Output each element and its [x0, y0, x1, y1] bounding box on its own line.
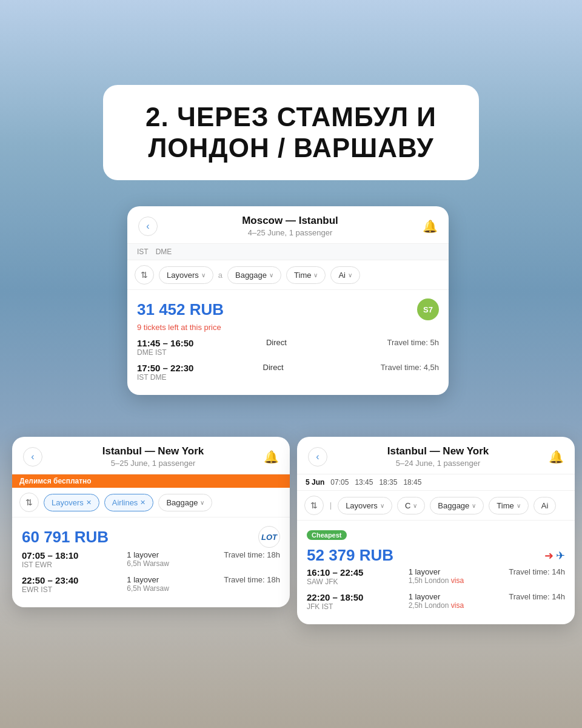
red-arrow-airline-icon: ➜ — [544, 549, 554, 562]
moscow-price: 31 452 RUB — [137, 300, 224, 319]
moscow-sort-button[interactable]: ⇅ — [135, 265, 154, 285]
istanbul-london-time-filter[interactable]: Time ∨ — [489, 497, 528, 514]
flight-times-1: 11:45 – 16:50 DME IST — [137, 338, 193, 357]
airlines-active-filter[interactable]: Airlines ✕ — [104, 494, 154, 511]
date-1345[interactable]: 13:45 — [355, 478, 373, 487]
chevron-icon: ∨ — [200, 499, 204, 506]
istanbul-warsaw-title: Istanbul — New York — [102, 445, 204, 457]
istanbul-warsaw-subtitle: 5–25 June, 1 passenger — [102, 459, 204, 468]
istanbul-warsaw-price: 60 791 RUB — [22, 528, 109, 547]
moscow-bell-icon[interactable]: 🔔 — [423, 219, 438, 234]
flight-type-w1: 1 layover 6,5h Warsaw — [127, 550, 175, 568]
flight-type-l1: 1 layover 1,5h London visa — [409, 567, 464, 585]
flight-type-w2: 1 layover 6,5h Warsaw — [127, 575, 175, 593]
back-arrow-icon: ‹ — [316, 451, 319, 462]
travel-time-w1: Travel time: 18h — [224, 550, 280, 559]
istanbul-london-c-filter[interactable]: C ∨ — [397, 497, 425, 514]
moscow-card-subtitle: 4–25 June, 1 passenger — [242, 228, 338, 237]
moscow-card-title: Moscow — Istanbul — [242, 215, 338, 227]
istanbul-london-price-row: 52 379 RUB ➜ ✈ — [307, 546, 565, 565]
moscow-back-button[interactable]: ‹ — [138, 217, 158, 236]
back-arrow-icon: ‹ — [31, 451, 34, 462]
layovers-active-filter[interactable]: Layovers ✕ — [44, 494, 99, 511]
istanbul-london-flight-2: 22:20 – 18:50 JFK IST 1 layover 2,5h Lon… — [307, 592, 565, 611]
moscow-layovers-filter[interactable]: Layovers ∨ — [159, 266, 213, 284]
separator: | — [330, 501, 332, 510]
chevron-icon: ∨ — [269, 272, 273, 278]
flight-times-2: 17:50 – 22:30 IST DME — [137, 363, 193, 382]
s7-logo: S7 — [417, 298, 439, 320]
blue-arrow-airline-icon: ✈ — [556, 549, 565, 562]
date-strip: 5 Jun 07:05 13:45 18:35 18:45 — [297, 474, 575, 491]
istanbul-london-baggage-filter[interactable]: Baggage ∨ — [430, 497, 484, 514]
istanbul-london-bell-icon[interactable]: 🔔 — [549, 450, 564, 464]
promo-banner: Делимся бесплатно — [12, 474, 290, 488]
chevron-icon: ∨ — [201, 272, 206, 278]
baggage-filter[interactable]: Baggage ∨ — [158, 494, 212, 511]
istanbul-london-price: 52 379 RUB — [307, 546, 393, 565]
moscow-flight-row-1: 11:45 – 16:50 DME IST Direct Travel time… — [137, 338, 439, 357]
date-1845[interactable]: 18:45 — [403, 478, 421, 487]
moscow-price-row: 31 452 RUB S7 — [137, 298, 439, 320]
chevron-icon: ∨ — [380, 502, 384, 509]
chevron-icon: ∨ — [413, 502, 417, 509]
visa-link-1[interactable]: visa — [451, 576, 464, 585]
code-ist: IST — [137, 248, 149, 256]
separator: a — [218, 271, 222, 280]
date-1835[interactable]: 18:35 — [379, 478, 397, 487]
flight-type-1: Direct — [266, 338, 315, 347]
moscow-filter-row: ⇅ Layovers ∨ a Baggage ∨ Time ∨ Ai ∨ — [127, 260, 449, 290]
moscow-tickets-left: 9 tickets left at this price — [137, 323, 439, 332]
istanbul-warsaw-back-button[interactable]: ‹ — [23, 447, 42, 467]
visa-link-2[interactable]: visa — [451, 601, 464, 610]
sort-icon: ⇅ — [25, 497, 33, 507]
date-5jun[interactable]: 5 Jun — [306, 478, 324, 487]
istanbul-london-ai-filter[interactable]: Ai — [534, 497, 557, 514]
istanbul-warsaw-header: ‹ Istanbul — New York 5–25 June, 1 passe… — [12, 437, 290, 474]
airline-logos: ➜ ✈ — [544, 549, 565, 562]
istanbul-london-flight-1: 16:10 – 22:45 SAW JFK 1 layover 1,5h Lon… — [307, 567, 565, 586]
travel-time-2: Travel time: 4,5h — [381, 363, 439, 372]
travel-time-l1: Travel time: 14h — [509, 567, 565, 576]
istanbul-london-title: Istanbul — New York — [387, 445, 489, 457]
istanbul-warsaw-flight-1: 07:05 – 18:10 IST EWR 1 layover 6,5h War… — [22, 550, 280, 569]
sort-icon: ⇅ — [141, 270, 148, 280]
travel-time-w2: Travel time: 18h — [224, 575, 280, 584]
flight-times-l1: 16:10 – 22:45 SAW JFK — [307, 567, 363, 586]
chevron-icon: ∨ — [313, 272, 318, 278]
istanbul-warsaw-flight-2: 22:50 – 23:40 EWR IST 1 layover 6,5h War… — [22, 575, 280, 594]
moscow-partial-bar: IST DME — [127, 244, 449, 260]
istanbul-london-sort-button[interactable]: ⇅ — [304, 496, 324, 515]
istanbul-london-card: ‹ Istanbul — New York 5–24 June, 1 passe… — [297, 437, 575, 624]
lot-logo: LOT — [258, 526, 280, 548]
istanbul-warsaw-bell-icon[interactable]: 🔔 — [264, 450, 279, 464]
date-0705[interactable]: 07:05 — [330, 478, 349, 487]
close-airlines-icon[interactable]: ✕ — [140, 499, 146, 507]
flight-times-w1: 07:05 – 18:10 IST EWR — [22, 550, 78, 569]
moscow-flight-result: 31 452 RUB S7 9 tickets left at this pri… — [127, 290, 449, 395]
flight-times-l2: 22:20 – 18:50 JFK IST — [307, 592, 363, 611]
close-layovers-icon[interactable]: ✕ — [86, 499, 92, 507]
travel-time-l2: Travel time: 14h — [509, 592, 565, 601]
istanbul-warsaw-card: ‹ Istanbul — New York 5–25 June, 1 passe… — [12, 437, 290, 607]
chevron-icon: ∨ — [348, 272, 352, 278]
moscow-time-filter[interactable]: Time ∨ — [286, 266, 326, 284]
istanbul-london-subtitle: 5–24 June, 1 passenger — [387, 459, 489, 468]
istanbul-london-back-button[interactable]: ‹ — [308, 447, 327, 467]
flight-type-2: Direct — [263, 363, 312, 372]
flight-type-l2: 1 layover 2,5h London visa — [409, 592, 464, 610]
istanbul-london-header: ‹ Istanbul — New York 5–24 June, 1 passe… — [297, 437, 575, 474]
istanbul-warsaw-sort-button[interactable]: ⇅ — [19, 493, 39, 512]
moscow-baggage-filter[interactable]: Baggage ∨ — [227, 266, 281, 284]
travel-time-1: Travel time: 5h — [387, 338, 440, 347]
code-dme: DME — [156, 248, 172, 256]
moscow-flight-row-2: 17:50 – 22:30 IST DME Direct Travel time… — [137, 363, 439, 382]
cheapest-badge-container: Cheapest — [307, 529, 565, 544]
moscow-ai-filter[interactable]: Ai ∨ — [330, 266, 360, 284]
cheapest-badge: Cheapest — [307, 530, 347, 540]
chevron-icon: ∨ — [517, 502, 521, 509]
istanbul-london-filter-row: ⇅ | Layovers ∨ C ∨ Baggage ∨ Time ∨ Ai — [297, 491, 575, 521]
istanbul-london-result: Cheapest 52 379 RUB ➜ ✈ 16:10 – 22:45 SA… — [297, 521, 575, 624]
back-arrow-icon: ‹ — [146, 221, 149, 232]
istanbul-london-layovers-filter[interactable]: Layovers ∨ — [338, 497, 392, 514]
